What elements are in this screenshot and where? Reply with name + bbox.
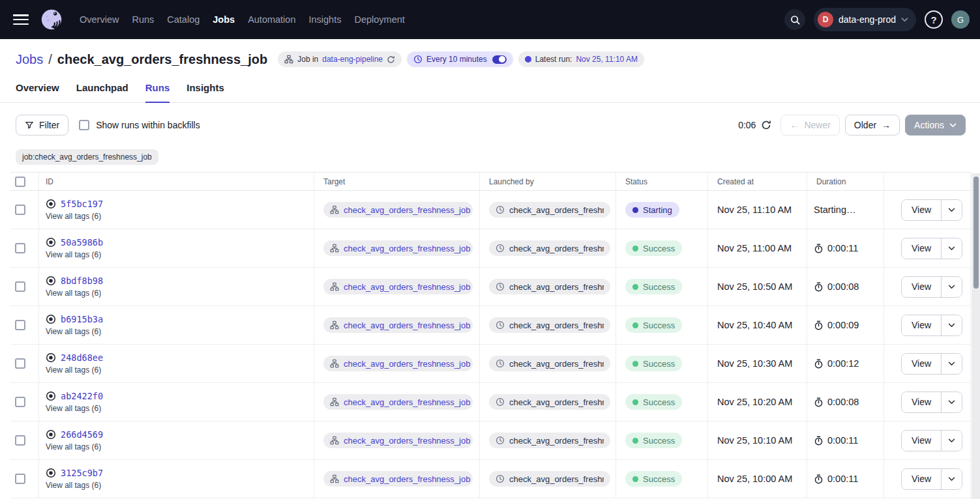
tab-insights[interactable]: Insights <box>186 82 224 103</box>
row-checkbox[interactable] <box>15 397 25 407</box>
tab-runs[interactable]: Runs <box>145 82 170 103</box>
nav-item-overview[interactable]: Overview <box>80 14 119 25</box>
view-dropdown-button[interactable] <box>942 277 962 297</box>
backfills-checkbox[interactable] <box>79 120 89 130</box>
view-dropdown-button[interactable] <box>942 238 962 259</box>
row-checkbox[interactable] <box>15 320 25 330</box>
filter-button[interactable]: Filter <box>16 115 68 135</box>
nav-item-jobs[interactable]: Jobs <box>213 14 235 25</box>
nav-item-catalog[interactable]: Catalog <box>167 14 200 25</box>
latest-run-link[interactable]: Nov 25, 11:10 AM <box>576 55 638 64</box>
run-target-icon <box>46 429 56 440</box>
run-id-link[interactable]: 3125c9b7 <box>61 468 103 478</box>
col-header-status: Status <box>616 173 708 190</box>
dagster-logo-icon[interactable] <box>39 7 64 32</box>
run-id-link[interactable]: b6915b3a <box>61 314 103 324</box>
deployment-switcher[interactable]: D data-eng-prod <box>814 8 916 31</box>
row-checkbox[interactable] <box>15 358 25 369</box>
help-button[interactable]: ? <box>925 10 943 29</box>
view-dropdown-button[interactable] <box>942 315 962 335</box>
run-id-link[interactable]: 248d68ee <box>61 352 103 363</box>
run-id-link[interactable]: 50a5986b <box>61 237 103 248</box>
vertical-scrollbar-thumb[interactable] <box>973 177 979 289</box>
row-checkbox[interactable] <box>15 205 25 215</box>
run-id-link[interactable]: 5f5bc197 <box>61 199 103 209</box>
view-run-button[interactable]: View <box>902 315 942 335</box>
target-job-link[interactable]: check_avg_orders_freshness_job <box>344 244 470 253</box>
launched-by-pill[interactable]: check_avg_orders_freshn… <box>489 394 610 410</box>
view-run-button[interactable]: View <box>902 354 942 374</box>
view-all-tags-link[interactable]: View all tags (6) <box>46 212 101 221</box>
refresh-icon[interactable] <box>761 120 771 130</box>
view-run-button[interactable]: View <box>902 431 942 451</box>
nav-item-automation[interactable]: Automation <box>248 14 295 25</box>
stopwatch-icon <box>814 474 824 484</box>
row-checkbox[interactable] <box>15 435 25 446</box>
view-all-tags-link[interactable]: View all tags (6) <box>46 289 101 298</box>
select-all-checkbox[interactable] <box>15 177 25 187</box>
nav-item-deployment[interactable]: Deployment <box>354 14 404 25</box>
launched-by-pill[interactable]: check_avg_orders_freshn… <box>489 317 610 333</box>
target-job-link[interactable]: check_avg_orders_freshness_job <box>344 436 470 446</box>
launched-by-pill[interactable]: check_avg_orders_freshn… <box>489 356 610 371</box>
launched-by-pill[interactable]: check_avg_orders_freshn… <box>489 202 610 218</box>
view-run-button[interactable]: View <box>902 200 942 220</box>
target-job-link[interactable]: check_avg_orders_freshness_job <box>344 205 470 215</box>
run-target-icon <box>46 276 56 286</box>
view-all-tags-link[interactable]: View all tags (6) <box>46 250 101 259</box>
job-filter-chip[interactable]: job:check_avg_orders_freshness_job <box>16 149 158 165</box>
launched-by-pill[interactable]: check_avg_orders_freshn… <box>489 279 610 294</box>
target-job-link[interactable]: check_avg_orders_freshness_job <box>344 321 470 330</box>
search-button[interactable] <box>784 9 805 30</box>
row-checkbox[interactable] <box>15 281 25 292</box>
view-all-tags-link[interactable]: View all tags (6) <box>46 404 101 413</box>
row-checkbox[interactable] <box>15 474 25 484</box>
older-button[interactable]: Older → <box>845 115 900 135</box>
view-run-button[interactable]: View <box>902 277 942 297</box>
target-job-link[interactable]: check_avg_orders_freshness_job <box>344 282 470 292</box>
row-checkbox[interactable] <box>15 243 25 253</box>
view-run-button[interactable]: View <box>902 469 942 489</box>
hamburger-menu-icon[interactable] <box>13 14 29 25</box>
view-dropdown-button[interactable] <box>942 469 962 489</box>
view-dropdown-button[interactable] <box>942 354 962 374</box>
target-job-link[interactable]: check_avg_orders_freshness_job <box>344 359 470 369</box>
code-location-link[interactable]: data-eng-pipeline <box>322 55 383 64</box>
status-dot-icon <box>632 361 638 367</box>
run-id-link[interactable]: 8bdf8b98 <box>61 276 103 286</box>
run-id-link[interactable]: ab2422f0 <box>61 391 103 401</box>
run-id-link[interactable]: 266d4569 <box>61 429 103 440</box>
view-all-tags-link[interactable]: View all tags (6) <box>46 442 101 451</box>
view-dropdown-button[interactable] <box>942 431 962 451</box>
tab-overview[interactable]: Overview <box>16 82 59 103</box>
actions-button[interactable]: Actions <box>905 115 966 135</box>
breadcrumb-jobs-link[interactable]: Jobs <box>16 52 43 67</box>
table-row: b6915b3a View all tags (6) check_avg_ord… <box>10 306 971 345</box>
filter-icon <box>25 121 34 130</box>
view-all-tags-link[interactable]: View all tags (6) <box>46 481 101 490</box>
view-dropdown-button[interactable] <box>942 392 962 412</box>
view-all-tags-link[interactable]: View all tags (6) <box>46 365 101 375</box>
view-run-button[interactable]: View <box>902 392 942 412</box>
view-run-button[interactable]: View <box>902 238 942 259</box>
launched-by-pill[interactable]: check_avg_orders_freshn… <box>489 471 610 487</box>
top-nav-bar: Overview Runs Catalog Jobs Automation In… <box>0 0 980 39</box>
status-dot-icon <box>632 246 638 251</box>
newer-button[interactable]: ← Newer <box>780 115 839 135</box>
chevron-down-icon <box>948 323 955 328</box>
target-job-link[interactable]: check_avg_orders_freshness_job <box>344 474 470 484</box>
clock-icon <box>496 359 505 368</box>
user-avatar[interactable]: G <box>951 10 970 29</box>
vertical-scrollbar-track[interactable] <box>972 173 980 499</box>
schedule-toggle[interactable] <box>492 55 507 64</box>
reload-location-icon[interactable] <box>387 55 395 64</box>
nav-item-insights[interactable]: Insights <box>308 14 341 25</box>
view-dropdown-button[interactable] <box>942 200 962 220</box>
tab-launchpad[interactable]: Launchpad <box>76 82 128 103</box>
launched-by-pill[interactable]: check_avg_orders_freshn… <box>489 240 610 256</box>
job-graph-icon <box>330 244 339 253</box>
nav-item-runs[interactable]: Runs <box>132 14 154 25</box>
launched-by-pill[interactable]: check_avg_orders_freshn… <box>489 433 610 448</box>
view-all-tags-link[interactable]: View all tags (6) <box>46 327 101 336</box>
target-job-link[interactable]: check_avg_orders_freshness_job <box>344 397 470 407</box>
